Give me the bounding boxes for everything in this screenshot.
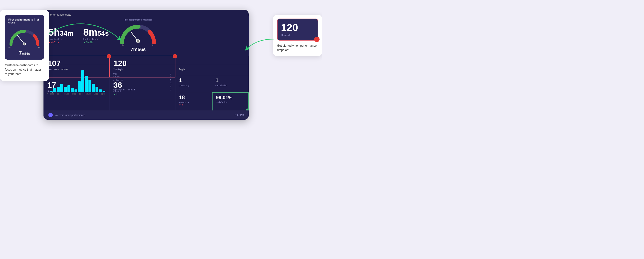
gauge-min: 0s	[8, 46, 11, 49]
unread-alert: !	[173, 54, 177, 58]
closed-number: 36	[113, 81, 172, 89]
right-card-description: Get alerted when performance drops off	[277, 44, 318, 52]
gauge-max: 1h	[38, 46, 40, 49]
right-card-alert: !	[314, 37, 320, 42]
time-to-close-label: Time to close	[48, 38, 74, 40]
critical-bug-cell: 1 critical bug	[176, 75, 212, 92]
main-dashboard: Performance today 5h34m Time to close ▲4…	[44, 10, 249, 120]
time-to-close-value: 5h34m	[48, 27, 74, 37]
bar-item	[78, 81, 80, 92]
closed-label: Closed	[113, 90, 172, 92]
intercom-icon: ○	[48, 113, 53, 117]
gauge-labels: 0s 1h	[8, 46, 40, 49]
satisfaction-cell: 99.01% Satisfaction ✓	[212, 92, 249, 112]
replied-to-cell: 18 Replied to ▼ 2	[176, 92, 212, 112]
left-card-title: First assignment to first close	[8, 18, 40, 24]
dashboard-header: Performance today	[44, 10, 249, 16]
main-gauge-value: 7m56s	[130, 47, 146, 52]
cancellation-cell: 1 cancellation	[212, 75, 249, 92]
satisfaction-label: Satisfaction	[216, 101, 245, 104]
time-to-close-delta: ▲4h51m	[48, 41, 74, 44]
replied-number: 18	[179, 94, 208, 101]
footer-logo: ○ Intercom inbox performance	[48, 113, 85, 117]
bar-item	[71, 88, 74, 92]
bar-item	[81, 70, 84, 92]
critical-bug-number: 1	[179, 77, 208, 84]
left-card: First assignment to first close 0s 1h	[0, 10, 49, 81]
bar-item	[102, 91, 105, 92]
bars-container: 00:00 03:00 06:00 09:00 12:00 15:00 18:0…	[50, 72, 105, 95]
bar-item	[92, 84, 94, 92]
right-card-number: 120	[281, 22, 314, 33]
bar-item	[99, 90, 102, 92]
critical-bug-label: critical bug	[179, 84, 208, 87]
bar-item	[74, 90, 77, 92]
first-reply-delta: ▼5m52s	[83, 41, 109, 44]
right-card-subtitle: Unread	[281, 34, 314, 37]
time-to-close-block: 5h34m Time to close ▲4h51m	[48, 27, 74, 44]
left-card-inner: First assignment to first close 0s 1h	[5, 15, 44, 60]
svg-point-1	[23, 43, 26, 45]
unread-cell: 120 Unread !	[110, 56, 176, 78]
bar-item	[68, 85, 70, 92]
replied-label: Replied to	[179, 102, 208, 104]
cancellation-label: cancellation	[216, 84, 245, 87]
satisfaction-number: 99.01%	[216, 95, 245, 100]
dashboard-footer: ○ Intercom inbox performance 3:47 PM	[44, 110, 249, 120]
main-gauge-svg	[118, 22, 158, 44]
performance-section: 5h34m Time to close ▲4h51m 8m54s First r…	[44, 16, 249, 56]
main-gauge-labels: 0s 1h	[122, 44, 154, 46]
right-card: 120 Unread ! Get alerted when performanc…	[273, 15, 322, 56]
bar-item	[64, 87, 66, 92]
left-card-description: Customize dashboards to focus on metrics…	[5, 63, 44, 76]
snoozed-alert: !	[107, 54, 111, 58]
left-card-gauge: 0s 1h 7m56s	[8, 26, 40, 56]
bar-item	[60, 84, 63, 92]
tag-stats-section: Tag is... 1 critical bug 1 cancellation …	[176, 65, 249, 112]
snoozed-number: 107	[48, 59, 105, 67]
x-axis: 00:00 03:00 06:00 09:00 12:00 15:00 18:0…	[50, 93, 105, 95]
main-gauge: First assignment to first close 0s 1h 7m…	[118, 18, 158, 52]
bar-chart	[50, 72, 105, 92]
cancellation-number: 1	[216, 77, 245, 84]
first-reply-block: 8m54s First reply time ▼5m52s	[83, 27, 109, 44]
snoozed-label: Snoozed	[48, 68, 105, 71]
first-reply-label: First reply time	[83, 38, 109, 40]
tag-stats-header: Tag is...	[176, 65, 249, 75]
gauge-svg	[7, 26, 42, 46]
closed-delta: ▲ 3	[113, 93, 172, 96]
bar-item	[53, 88, 56, 92]
closed-cell: 36 Closed ▲ 3	[110, 78, 176, 99]
bar-item	[50, 91, 52, 92]
bar-item	[85, 76, 88, 92]
main-gauge-title: First assignment to first close	[124, 18, 152, 21]
bar-item	[96, 87, 98, 92]
replied-delta: ▼ 2	[179, 104, 208, 106]
bar-item	[57, 87, 60, 92]
unread-number: 120	[114, 59, 171, 67]
left-card-gauge-value: 7m56s	[19, 50, 30, 56]
chart-area: 0 1 2 3 4 00:00 03:00 06:00 09:00	[48, 72, 105, 95]
footer-time: 3:47 PM	[235, 114, 244, 116]
svg-point-3	[136, 40, 140, 43]
page-wrapper: First assignment to first close 0s 1h	[0, 0, 322, 130]
bar-item	[88, 80, 91, 92]
right-card-inner: 120 Unread !	[277, 18, 318, 40]
svg-line-0	[18, 36, 24, 44]
unread-label: Unread	[114, 68, 171, 71]
footer-app-name: Intercom inbox performance	[55, 114, 85, 116]
first-reply-value: 8m54s	[83, 27, 109, 37]
